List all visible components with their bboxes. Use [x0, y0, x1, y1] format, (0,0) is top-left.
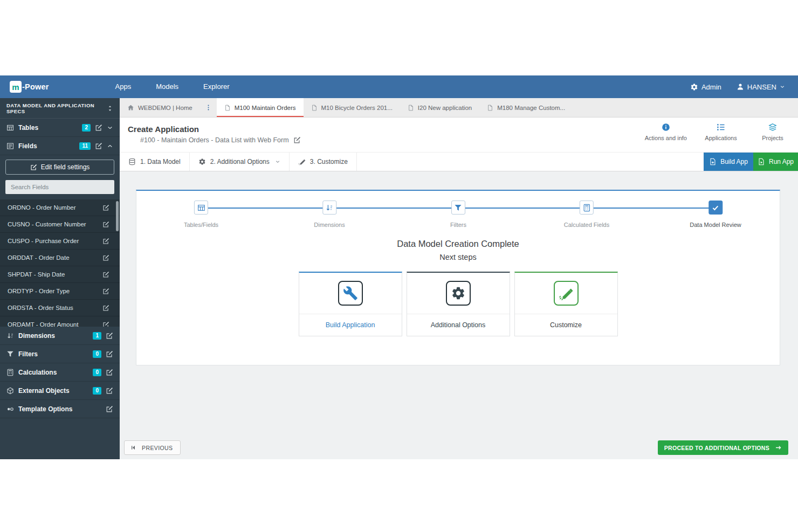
build-app-button[interactable]: Build App — [704, 153, 753, 171]
tab-label: WEBDEMO | Home — [138, 105, 192, 111]
step-calculated-fields[interactable]: Calculated Fields — [564, 201, 609, 228]
app-tab-bar: WEBDEMO | Home M100 Maintain Orders M10 … — [120, 98, 798, 118]
navbar-right: Admin HANSEN — [690, 83, 785, 91]
search-fields-input[interactable] — [5, 180, 114, 194]
step-tables-fields[interactable]: Tables/Fields — [184, 201, 218, 228]
user-menu[interactable]: HANSEN — [737, 83, 785, 91]
tab-menu-dots-icon[interactable] — [200, 98, 217, 117]
edit-field-settings-button[interactable]: Edit field settings — [5, 160, 114, 175]
previous-button[interactable]: PREVIOUS — [124, 440, 181, 455]
additional-options-card[interactable]: Additional Options — [407, 272, 510, 336]
field-row-cusno[interactable]: CUSNO - Customer Number — [0, 216, 120, 233]
field-label: CUSNO - Customer Number — [8, 221, 86, 227]
step-dimensions[interactable]: Dimensions — [314, 201, 345, 228]
projects-button[interactable]: Projects — [755, 123, 790, 141]
edit-field-icon[interactable] — [102, 321, 109, 327]
mpower-logo[interactable]: m -Power — [10, 81, 49, 93]
funnel-icon — [6, 350, 14, 358]
template-options-label: Template Options — [18, 405, 72, 413]
sidebar-item-calculations[interactable]: Calculations 0 — [0, 363, 120, 382]
step-label: Dimensions — [314, 222, 345, 228]
fields-count-badge: 11 — [79, 142, 91, 150]
sidebar-item-template-options[interactable]: Template Options — [0, 400, 120, 418]
dimensions-label: Dimensions — [18, 332, 55, 340]
sidebar-item-fields[interactable]: Fields 11 — [0, 137, 120, 155]
collapse-sidebar-icon[interactable] — [107, 105, 113, 112]
edit-dimensions-icon[interactable] — [106, 332, 113, 340]
edit-tables-icon[interactable] — [95, 124, 102, 132]
field-row-ordtyp[interactable]: ORDTYP - Order Type — [0, 283, 120, 300]
subtab-label: 1. Data Model — [140, 158, 181, 165]
numeric-sort-icon — [322, 201, 336, 215]
edit-filters-icon[interactable] — [106, 350, 113, 358]
tab-i20-new-application[interactable]: I20 New application — [400, 98, 479, 117]
gear-icon — [198, 158, 206, 165]
edit-field-icon[interactable] — [102, 254, 109, 261]
edit-field-icon[interactable] — [102, 305, 109, 312]
pencil-icon — [298, 158, 306, 165]
subtab-customize[interactable]: 3. Customize — [290, 153, 357, 171]
field-row-ordno[interactable]: ORDNO - Order Number — [0, 199, 120, 216]
field-row-ordamt[interactable]: ORDAMT - Order Amount — [0, 316, 120, 327]
document-icon — [487, 105, 493, 111]
admin-label: Admin — [701, 83, 721, 91]
sidebar-item-tables[interactable]: Tables 2 — [0, 119, 120, 137]
document-icon — [224, 105, 231, 111]
step-data-model-review[interactable]: Data Model Review — [690, 201, 741, 228]
field-row-ordsta[interactable]: ORDSTA - Order Status — [0, 300, 120, 316]
document-icon — [408, 105, 414, 111]
field-list-scrollbar[interactable] — [116, 201, 119, 231]
edit-calculations-icon[interactable] — [106, 369, 113, 376]
card-label: Customize — [515, 314, 617, 336]
edit-external-objects-icon[interactable] — [106, 387, 113, 395]
edit-field-icon[interactable] — [102, 288, 109, 295]
menu-explorer[interactable]: Explorer — [191, 75, 242, 98]
menu-apps[interactable]: Apps — [103, 75, 144, 98]
next-steps-cards: Build Application Additional Options Cus… — [136, 272, 780, 336]
edit-template-options-icon[interactable] — [106, 405, 113, 413]
field-label: ORDNO - Order Number — [8, 204, 76, 211]
app-subtitle: #100 - Maintain Orders - Data List with … — [140, 136, 301, 144]
edit-field-icon[interactable] — [102, 271, 109, 278]
wrench-icon — [338, 281, 363, 306]
gear-icon — [446, 281, 471, 306]
info-icon — [662, 123, 670, 132]
field-row-orddat[interactable]: ORDDAT - Order Date — [0, 250, 120, 266]
edit-field-icon[interactable] — [102, 238, 109, 245]
tab-m180-manage-custom[interactable]: M180 Manage Custom... — [479, 98, 573, 117]
menu-models[interactable]: Models — [143, 75, 191, 98]
subtab-data-model[interactable]: 1. Data Model — [120, 153, 190, 171]
tab-webdemo-home[interactable]: WEBDEMO | Home — [120, 98, 200, 117]
tab-label: M10 Bicycle Orders 201... — [321, 105, 393, 111]
chevron-down-icon[interactable] — [107, 125, 113, 131]
header-actions: Actions and info Applications Projects — [645, 123, 790, 141]
field-row-cuspo[interactable]: CUSPO - Purchase Order — [0, 233, 120, 250]
gear-icon — [690, 83, 698, 91]
sidebar-item-dimensions[interactable]: Dimensions 1 — [0, 327, 120, 345]
actions-and-info-button[interactable]: Actions and info — [645, 123, 687, 141]
pencil-hatch-icon — [554, 281, 579, 306]
sidebar-item-filters[interactable]: Filters 0 — [0, 345, 120, 363]
edit-field-icon[interactable] — [102, 221, 109, 228]
step-filters[interactable]: Filters — [450, 201, 466, 228]
arrow-right-icon — [775, 444, 782, 451]
build-application-card[interactable]: Build Application — [299, 272, 402, 336]
sidebar-item-external-objects[interactable]: External Objects 0 — [0, 382, 120, 400]
customize-card[interactable]: Customize — [514, 272, 618, 336]
tab-m10-bicycle-orders[interactable]: M10 Bicycle Orders 201... — [304, 98, 400, 117]
applications-button[interactable]: Applications — [703, 123, 739, 141]
edit-field-icon[interactable] — [102, 204, 109, 211]
tab-m100-maintain-orders[interactable]: M100 Maintain Orders — [217, 98, 304, 117]
user-icon — [737, 83, 744, 91]
field-row-shpdat[interactable]: SHPDAT - Ship Date — [0, 266, 120, 283]
edit-fields-icon[interactable] — [95, 142, 102, 150]
subtab-label: 2. Additional Options — [210, 158, 270, 165]
subtab-additional-options[interactable]: 2. Additional Options — [190, 153, 290, 171]
admin-menu[interactable]: Admin — [690, 83, 721, 91]
check-icon — [708, 201, 723, 215]
chevron-up-icon[interactable] — [107, 143, 113, 149]
edit-app-name-icon[interactable] — [293, 136, 301, 144]
logo-text: -Power — [22, 82, 49, 91]
proceed-to-additional-options-button[interactable]: PROCEED TO ADDITIONAL OPTIONS — [658, 440, 788, 455]
run-app-button[interactable]: Run App — [753, 153, 798, 171]
